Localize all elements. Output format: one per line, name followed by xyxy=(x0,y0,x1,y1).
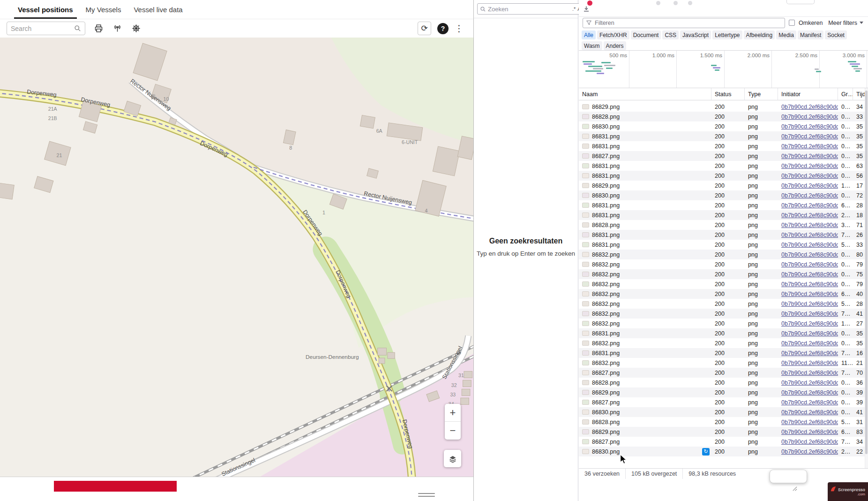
initiator-link[interactable]: 0b7b90cd.2ef68c90dd7 xyxy=(781,340,838,347)
request-row[interactable]: 86832.png ↻ 200 png 0b7b90cd.2ef68c90dd7… xyxy=(579,289,865,299)
initiator-link[interactable]: 0b7b90cd.2ef68c90dd7 xyxy=(781,104,838,110)
initiator-link[interactable]: 0b7b90cd.2ef68c90dd7 xyxy=(781,163,838,169)
initiator-link[interactable]: 0b7b90cd.2ef68c90dd7 xyxy=(781,350,838,357)
type-filter-alle[interactable]: Alle xyxy=(582,30,596,39)
request-row[interactable]: 86828.png ↻ 200 png 0b7b90cd.2ef68c90dd7… xyxy=(579,220,865,230)
initiator-link[interactable]: 0b7b90cd.2ef68c90dd7 xyxy=(781,202,838,209)
request-row[interactable]: 86829.png ↻ 200 png 0b7b90cd.2ef68c90dd7… xyxy=(579,102,865,112)
devtools-search-box[interactable]: .* Aa xyxy=(477,3,587,15)
type-filter-document[interactable]: Document xyxy=(631,30,661,39)
column-header-initiator[interactable]: Initiator xyxy=(778,88,838,100)
map-canvas[interactable]: Dorpenweg Dorpenweg Dorpenweg Dorpenweg … xyxy=(0,38,473,477)
type-filter-lettertype[interactable]: Lettertype xyxy=(712,30,742,39)
request-row[interactable]: 86831.png ↻ 200 png 0b7b90cd.2ef68c90dd7… xyxy=(579,161,865,171)
layers-button[interactable] xyxy=(444,450,461,467)
initiator-link[interactable]: 0b7b90cd.2ef68c90dd7 xyxy=(781,330,838,337)
initiator-link[interactable]: 0b7b90cd.2ef68c90dd7 xyxy=(781,153,838,159)
request-row[interactable]: 86831.png ↻ 200 png 0b7b90cd.2ef68c90dd7… xyxy=(579,230,865,240)
column-header-grootte[interactable]: Gr… xyxy=(838,88,853,100)
tab-vessel-positions[interactable]: Vessel positions xyxy=(18,0,73,19)
request-row[interactable]: 86827.png ↻ 200 png 0b7b90cd.2ef68c90dd7… xyxy=(579,397,865,407)
initiator-link[interactable]: 0b7b90cd.2ef68c90dd7 xyxy=(781,143,838,150)
har-import-icon[interactable] xyxy=(583,5,590,14)
initiator-link[interactable]: 0b7b90cd.2ef68c90dd7 xyxy=(781,232,838,238)
request-row[interactable]: 86831.png ↻ 200 png 0b7b90cd.2ef68c90dd7… xyxy=(579,210,865,220)
type-filter-afbeelding[interactable]: Afbeelding xyxy=(744,30,775,39)
request-row[interactable]: 86832.png ↻ 200 png 0b7b90cd.2ef68c90dd7… xyxy=(579,319,865,328)
invert-checkbox[interactable] xyxy=(789,20,795,26)
request-row[interactable]: 86832.png ↻ 200 png 0b7b90cd.2ef68c90dd7… xyxy=(579,279,865,289)
initiator-link[interactable]: 0b7b90cd.2ef68c90dd7 xyxy=(781,301,838,307)
request-row[interactable]: 86828.png ↻ 200 png 0b7b90cd.2ef68c90dd7… xyxy=(579,112,865,121)
window-drag-handle[interactable] xyxy=(418,493,435,499)
antenna-icon[interactable] xyxy=(112,23,123,34)
initiator-link[interactable]: 0b7b90cd.2ef68c90dd7 xyxy=(781,192,838,199)
initiator-link[interactable]: 0b7b90cd.2ef68c90dd7 xyxy=(781,311,838,317)
column-header-naam[interactable]: Naam xyxy=(579,88,711,100)
initiator-link[interactable]: 0b7b90cd.2ef68c90dd7 xyxy=(781,419,838,425)
request-row[interactable]: 86828.png ↻ 200 png 0b7b90cd.2ef68c90dd7… xyxy=(579,378,865,387)
help-button[interactable]: ? xyxy=(437,23,449,34)
request-row[interactable]: 86832.png ↻ 200 png 0b7b90cd.2ef68c90dd7… xyxy=(579,338,865,348)
request-row[interactable]: 86829.png ↻ 200 png 0b7b90cd.2ef68c90dd7… xyxy=(579,427,865,437)
request-row[interactable]: 86831.png ↻ 200 png 0b7b90cd.2ef68c90dd7… xyxy=(579,171,865,181)
column-header-status[interactable]: Status xyxy=(711,88,745,100)
zoom-in-button[interactable]: + xyxy=(445,404,461,422)
initiator-link[interactable]: 0b7b90cd.2ef68c90dd7 xyxy=(781,370,838,376)
type-filter-fetch-xhr[interactable]: Fetch/XHR xyxy=(597,30,629,39)
vessel-search-box[interactable] xyxy=(7,22,85,35)
url-filter-input[interactable] xyxy=(595,20,782,26)
type-filter-media[interactable]: Media xyxy=(776,30,796,39)
type-filter-wasm[interactable]: Wasm xyxy=(582,41,602,50)
zoom-out-button[interactable]: − xyxy=(445,422,461,440)
column-header-type[interactable]: Type xyxy=(745,88,778,100)
initiator-link[interactable]: 0b7b90cd.2ef68c90dd7 xyxy=(781,380,838,386)
map-refresh-button[interactable]: ⟳ xyxy=(418,22,431,35)
request-row[interactable]: 86827.png ↻ 200 png 0b7b90cd.2ef68c90dd7… xyxy=(579,368,865,378)
request-row[interactable]: 86832.png ↻ 200 png 0b7b90cd.2ef68c90dd7… xyxy=(579,299,865,309)
initiator-link[interactable]: 0b7b90cd.2ef68c90dd7 xyxy=(781,291,838,297)
request-row[interactable]: 86829.png ↻ 200 png 0b7b90cd.2ef68c90dd7… xyxy=(579,181,865,190)
more-options-icon[interactable]: ⋮ xyxy=(455,23,463,34)
initiator-link[interactable]: 0b7b90cd.2ef68c90dd7 xyxy=(781,448,838,455)
type-filter-css[interactable]: CSS xyxy=(662,30,679,39)
request-row[interactable]: 86832.png ↻ 200 png 0b7b90cd.2ef68c90dd7… xyxy=(579,309,865,319)
initiator-link[interactable]: 0b7b90cd.2ef68c90dd7 xyxy=(781,133,838,140)
type-filter-manifest[interactable]: Manifest xyxy=(798,30,823,39)
request-row[interactable]: 86827.png ↻ 200 png 0b7b90cd.2ef68c90dd7… xyxy=(579,151,865,161)
scrollbar-thumb[interactable] xyxy=(865,91,868,454)
more-filters-dropdown[interactable]: Meer filters xyxy=(828,20,864,26)
initiator-link[interactable]: 0b7b90cd.2ef68c90dd7 xyxy=(781,251,838,258)
initiator-link[interactable]: 0b7b90cd.2ef68c90dd7 xyxy=(781,114,838,120)
image-action-badge[interactable]: ↻ xyxy=(702,448,710,455)
regex-toggle[interactable]: .* xyxy=(572,6,576,12)
initiator-link[interactable]: 0b7b90cd.2ef68c90dd7 xyxy=(781,320,838,327)
initiator-link[interactable]: 0b7b90cd.2ef68c90dd7 xyxy=(781,281,838,288)
devtools-search-input[interactable] xyxy=(488,6,570,13)
tab-my-vessels[interactable]: My Vessels xyxy=(86,0,121,19)
initiator-link[interactable]: 0b7b90cd.2ef68c90dd7 xyxy=(781,271,838,278)
initiator-link[interactable]: 0b7b90cd.2ef68c90dd7 xyxy=(781,439,838,445)
vessel-search-input[interactable] xyxy=(11,25,71,32)
resize-grip-icon[interactable] xyxy=(792,485,798,493)
type-filter-anders[interactable]: Anders xyxy=(604,41,626,50)
tab-vessel-live-data[interactable]: Vessel live data xyxy=(134,0,182,19)
request-row[interactable]: 86831.png ↻ 200 png 0b7b90cd.2ef68c90dd7… xyxy=(579,141,865,151)
printer-icon[interactable] xyxy=(93,23,104,34)
request-row[interactable]: 86830.png ↻ 200 png 0b7b90cd.2ef68c90dd7… xyxy=(579,190,865,200)
initiator-link[interactable]: 0b7b90cd.2ef68c90dd7 xyxy=(781,182,838,189)
request-row[interactable]: 86831.png ↻ 200 png 0b7b90cd.2ef68c90dd7… xyxy=(579,328,865,338)
request-row[interactable]: 86832.png ↻ 200 png 0b7b90cd.2ef68c90dd7… xyxy=(579,358,865,368)
initiator-link[interactable]: 0b7b90cd.2ef68c90dd7 xyxy=(781,429,838,435)
timeline-preview[interactable]: 500 ms1.000 ms1.500 ms2.000 ms2.500 ms3.… xyxy=(579,51,868,88)
ship-wheel-icon[interactable] xyxy=(130,23,142,34)
request-row[interactable]: 86831.png ↻ 200 png 0b7b90cd.2ef68c90dd7… xyxy=(579,348,865,358)
request-row[interactable]: 86830.png ↻ 200 png 0b7b90cd.2ef68c90dd7… xyxy=(579,407,865,417)
invert-label[interactable]: Omkeren xyxy=(799,20,823,26)
request-row[interactable]: 86830.png ↻ 200 png 0b7b90cd.2ef68c90dd7… xyxy=(579,447,865,456)
initiator-link[interactable]: 0b7b90cd.2ef68c90dd7 xyxy=(781,399,838,406)
request-row[interactable]: 86829.png ↻ 200 png 0b7b90cd.2ef68c90dd7… xyxy=(579,387,865,397)
initiator-link[interactable]: 0b7b90cd.2ef68c90dd7 xyxy=(781,360,838,366)
initiator-link[interactable]: 0b7b90cd.2ef68c90dd7 xyxy=(781,261,838,268)
request-row[interactable]: 86832.png ↻ 200 png 0b7b90cd.2ef68c90dd7… xyxy=(579,269,865,279)
